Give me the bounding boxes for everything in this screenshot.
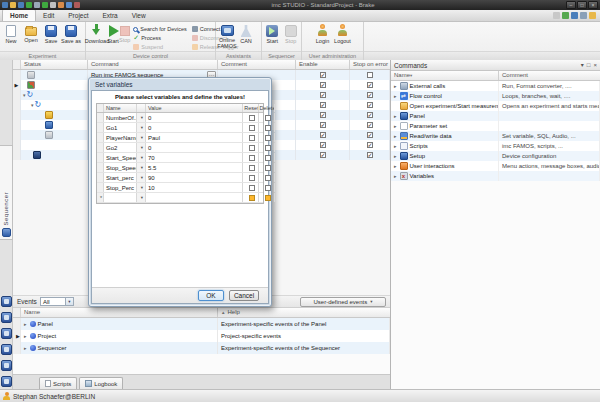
can-button[interactable]: CAN bbox=[237, 23, 255, 44]
docked-page-icon[interactable] bbox=[1, 344, 12, 355]
stop-on-error-checkbox[interactable]: ✓ bbox=[367, 82, 373, 88]
events-filter-select[interactable]: All ▾ bbox=[40, 297, 74, 306]
column-comment[interactable]: Comment bbox=[218, 60, 296, 69]
variable-value-input[interactable]: 90 bbox=[146, 173, 243, 182]
pin-icon[interactable]: □ bbox=[587, 61, 591, 70]
variable-value-input[interactable]: 0 bbox=[146, 113, 243, 122]
enable-checkbox[interactable]: ✓ bbox=[320, 92, 326, 98]
stop-on-error-checkbox[interactable]: ✓ bbox=[367, 132, 373, 138]
chevron-down-icon[interactable]: ▾ bbox=[65, 298, 73, 305]
stop-on-error-checkbox[interactable]: ✓ bbox=[367, 92, 373, 98]
tree-expander-icon[interactable]: ▸ bbox=[24, 333, 27, 339]
chevron-down-icon[interactable]: ▾ bbox=[137, 193, 146, 202]
delete-checkbox[interactable] bbox=[265, 195, 271, 201]
reset-checkbox[interactable] bbox=[249, 185, 255, 191]
dialog-title[interactable]: Set variables bbox=[91, 80, 269, 90]
chevron-down-icon[interactable]: ▾ bbox=[137, 133, 146, 142]
save-button[interactable]: Save bbox=[41, 23, 61, 44]
tab-extra[interactable]: Extra bbox=[96, 10, 125, 21]
sequencer-start-button[interactable]: Start bbox=[263, 23, 282, 44]
start-button[interactable]: Start bbox=[107, 23, 119, 44]
var-column-name[interactable]: Name bbox=[104, 104, 137, 112]
ok-button[interactable]: OK bbox=[198, 290, 224, 301]
close-icon[interactable]: × bbox=[588, 1, 598, 9]
reset-checkbox[interactable] bbox=[249, 145, 255, 151]
chevron-down-icon[interactable]: ▾ bbox=[137, 183, 146, 192]
variable-value-input[interactable]: 0 bbox=[146, 143, 243, 152]
tree-expander-icon[interactable]: ▸ bbox=[394, 173, 397, 179]
tree-expander-icon[interactable]: ▸ bbox=[394, 143, 397, 149]
event-row[interactable]: ▸Panel Experiment-specific events of the… bbox=[13, 318, 390, 330]
events-column-help[interactable]: ▲Help bbox=[218, 308, 390, 317]
docked-page-icon[interactable] bbox=[1, 328, 12, 339]
sequencer-vertical-tab[interactable]: Sequencer bbox=[0, 145, 13, 240]
quick-save-icon[interactable] bbox=[2, 2, 8, 8]
variable-value-input[interactable]: 70 bbox=[146, 153, 243, 162]
variable-name[interactable] bbox=[104, 193, 137, 202]
variable-row[interactable]: Go1 ▾ 0 bbox=[97, 123, 263, 133]
variable-row[interactable]: NumberOf... ▾ 0 bbox=[97, 113, 263, 123]
docked-page-icon[interactable] bbox=[1, 312, 12, 323]
command-category-row[interactable]: ▸Open experiment/Start measurement Opens… bbox=[391, 101, 600, 111]
delete-checkbox[interactable] bbox=[265, 175, 271, 181]
delete-checkbox[interactable] bbox=[265, 125, 271, 131]
reset-checkbox[interactable] bbox=[249, 175, 255, 181]
command-category-row[interactable]: ▸External calls Run, Format converter, .… bbox=[391, 81, 600, 91]
reset-checkbox[interactable] bbox=[249, 135, 255, 141]
tab-view[interactable]: View bbox=[125, 10, 153, 21]
command-category-row[interactable]: ▸Scripts imc FAMOS, scripts, ... bbox=[391, 141, 600, 151]
download-button[interactable]: Download bbox=[87, 23, 107, 44]
enable-checkbox[interactable]: ✓ bbox=[320, 112, 326, 118]
stop-button[interactable]: Stop bbox=[119, 23, 130, 43]
reset-checkbox[interactable] bbox=[249, 115, 255, 121]
stop-on-error-checkbox[interactable]: ✓ bbox=[367, 122, 373, 128]
stop-on-error-checkbox[interactable]: ✓ bbox=[367, 142, 373, 148]
variable-row[interactable]: Start_Speed ▾ 70 bbox=[97, 153, 263, 163]
variable-value-input[interactable] bbox=[146, 193, 243, 202]
enable-checkbox[interactable]: ✓ bbox=[320, 82, 326, 88]
variable-value-input[interactable]: 5.5 bbox=[146, 163, 243, 172]
chevron-down-icon[interactable]: ▾ bbox=[137, 123, 146, 132]
column-enable[interactable]: Enable bbox=[296, 60, 350, 69]
quick-download-icon[interactable] bbox=[34, 2, 40, 8]
command-category-row[interactable]: ▸xVariables bbox=[391, 171, 600, 181]
reset-checkbox[interactable] bbox=[249, 165, 255, 171]
command-category-row[interactable]: ▸User interactions Menu actions, message… bbox=[391, 161, 600, 171]
sequencer-stop-button[interactable]: Stop bbox=[282, 23, 301, 44]
command-category-row[interactable]: ▸⇄Flow control Loops, branches, wait, ..… bbox=[391, 91, 600, 101]
cancel-button[interactable]: Cancel bbox=[229, 290, 259, 301]
stop-on-error-checkbox[interactable]: ✓ bbox=[367, 102, 373, 108]
column-stop-on-error[interactable]: Stop on error bbox=[350, 60, 390, 69]
suspend-button[interactable]: Suspend bbox=[133, 43, 186, 51]
process-button[interactable]: ✓Process bbox=[133, 34, 186, 42]
tree-expanded-icon[interactable]: ▾ bbox=[23, 92, 26, 98]
command-category-row[interactable]: ▸Panel bbox=[391, 111, 600, 121]
delete-checkbox[interactable] bbox=[265, 145, 271, 151]
tree-expander-icon[interactable]: ▸ bbox=[394, 83, 397, 89]
titlebar-tool-icon[interactable] bbox=[553, 12, 560, 19]
enable-checkbox[interactable]: ✓ bbox=[320, 142, 326, 148]
variable-value-input[interactable]: Paul bbox=[146, 133, 243, 142]
quick-start-icon[interactable] bbox=[42, 2, 48, 8]
chevron-down-icon[interactable]: ▾ bbox=[137, 113, 146, 122]
variable-row[interactable]: PlayerName ▾ Paul bbox=[97, 133, 263, 143]
tree-expander-icon[interactable]: ▸ bbox=[24, 345, 27, 351]
delete-checkbox[interactable] bbox=[265, 155, 271, 161]
delete-checkbox[interactable] bbox=[265, 135, 271, 141]
reset-checkbox[interactable] bbox=[249, 125, 255, 131]
tree-expander-icon[interactable]: ▸ bbox=[394, 93, 397, 99]
docked-page-icon[interactable] bbox=[1, 296, 12, 307]
docked-page-icon[interactable] bbox=[1, 376, 12, 387]
titlebar-tool-icon[interactable] bbox=[580, 12, 587, 19]
tab-scripts[interactable]: Scripts bbox=[39, 377, 77, 389]
tab-home[interactable]: Home bbox=[2, 9, 36, 21]
tree-expander-icon[interactable]: ▸ bbox=[24, 321, 27, 327]
quick-open-icon[interactable] bbox=[10, 2, 16, 8]
variable-value-input[interactable]: 0 bbox=[146, 123, 243, 132]
quick-tool-icon[interactable] bbox=[58, 2, 64, 8]
user-defined-events-button[interactable]: User-defined events ▾ bbox=[300, 297, 386, 307]
var-column-value[interactable]: Value bbox=[146, 104, 243, 112]
logout-button[interactable]: Logout bbox=[333, 23, 353, 44]
tab-project[interactable]: Project bbox=[61, 10, 95, 21]
enable-checkbox[interactable]: ✓ bbox=[320, 122, 326, 128]
